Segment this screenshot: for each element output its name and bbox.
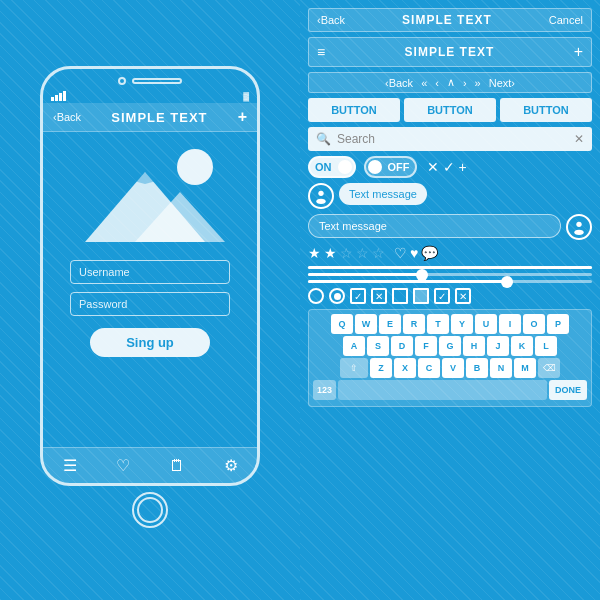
key-g[interactable]: G	[439, 336, 461, 356]
checkbox-check2[interactable]: ✓	[434, 288, 450, 304]
key-i[interactable]: I	[499, 314, 521, 334]
checkbox-checked[interactable]: ✓	[350, 288, 366, 304]
message-bubble-received: Text message	[308, 214, 561, 238]
toggle-off-label: OFF	[385, 161, 413, 173]
slider-2[interactable]	[308, 273, 592, 276]
checkbox-filled[interactable]	[413, 288, 429, 304]
checkbox-x2[interactable]: ✕	[455, 288, 471, 304]
radio-1[interactable]	[308, 288, 324, 304]
key-h[interactable]: H	[463, 336, 485, 356]
message-sent-text: Text message	[349, 188, 417, 200]
signup-button[interactable]: Sing up	[90, 328, 210, 357]
key-d[interactable]: D	[391, 336, 413, 356]
mountain-illustration	[65, 142, 235, 252]
key-m[interactable]: M	[514, 358, 536, 378]
pag-next2[interactable]: »	[473, 77, 483, 89]
keyboard[interactable]: Q W E R T Y U I O P A S D F G H J K L ⇧ …	[308, 309, 592, 407]
nav1-back[interactable]: ‹Back	[317, 14, 345, 26]
phone-home-button[interactable]	[132, 492, 168, 528]
key-a[interactable]: A	[343, 336, 365, 356]
slider-section	[308, 266, 592, 283]
star-empty-3[interactable]: ☆	[372, 245, 385, 261]
chat-bubble-icon[interactable]: 💬	[421, 245, 438, 261]
plus-icon[interactable]: +	[459, 159, 467, 175]
sender-avatar	[308, 183, 334, 209]
star-empty-1[interactable]: ☆	[340, 245, 353, 261]
check-icon[interactable]: ✓	[443, 159, 455, 175]
search-bar[interactable]: 🔍 Search ✕	[308, 127, 592, 151]
slider-3-fill	[308, 280, 507, 283]
navbar-menu-icon[interactable]: ☰	[63, 456, 77, 475]
pag-up[interactable]: ∧	[445, 76, 457, 89]
key-n[interactable]: N	[490, 358, 512, 378]
nav2-plus-button[interactable]: +	[574, 43, 583, 61]
key-o[interactable]: O	[523, 314, 545, 334]
battery-icon: ▓	[243, 92, 249, 101]
key-q[interactable]: Q	[331, 314, 353, 334]
rating-row: ★ ★ ☆ ☆ ☆ ♡ ♥ 💬	[308, 245, 592, 261]
close-icon[interactable]: ✕	[427, 159, 439, 175]
password-input[interactable]	[70, 292, 230, 316]
key-done[interactable]: DONE	[549, 380, 587, 400]
key-p[interactable]: P	[547, 314, 569, 334]
button-3[interactable]: BUTTON	[500, 98, 592, 122]
slider-3[interactable]	[308, 280, 592, 283]
nav2-menu-icon[interactable]: ≡	[317, 44, 325, 60]
key-u[interactable]: U	[475, 314, 497, 334]
button-1[interactable]: BUTTON	[308, 98, 400, 122]
key-c[interactable]: C	[418, 358, 440, 378]
pag-next1[interactable]: ›	[461, 77, 469, 89]
phone-top	[43, 69, 257, 89]
key-t[interactable]: T	[427, 314, 449, 334]
nav1-cancel[interactable]: Cancel	[549, 14, 583, 26]
slider-1[interactable]	[308, 266, 592, 269]
heart-filled-icon[interactable]: ♥	[410, 245, 418, 261]
message-received-text: Text message	[319, 220, 387, 232]
navbar-heart-icon[interactable]: ♡	[116, 456, 130, 475]
key-e[interactable]: E	[379, 314, 401, 334]
toggle-off[interactable]: OFF	[364, 156, 417, 178]
key-s[interactable]: S	[367, 336, 389, 356]
radio-2[interactable]	[329, 288, 345, 304]
key-v[interactable]: V	[442, 358, 464, 378]
checkbox-x[interactable]: ✕	[371, 288, 387, 304]
key-k[interactable]: K	[511, 336, 533, 356]
heart-icon[interactable]: ♡	[394, 245, 407, 261]
toggle-on-knob	[338, 160, 352, 174]
key-r[interactable]: R	[403, 314, 425, 334]
button-2[interactable]: BUTTON	[404, 98, 496, 122]
phone-back-button[interactable]: ‹Back	[53, 111, 81, 123]
pag-back[interactable]: ‹Back	[383, 77, 415, 89]
pag-prev2[interactable]: «	[419, 77, 429, 89]
key-shift[interactable]: ⇧	[340, 358, 368, 378]
pag-next[interactable]: Next›	[487, 77, 517, 89]
phone-plus-button[interactable]: +	[238, 108, 247, 126]
search-icon: 🔍	[316, 132, 331, 146]
key-z[interactable]: Z	[370, 358, 392, 378]
star-filled-2[interactable]: ★	[324, 245, 337, 261]
search-clear-icon[interactable]: ✕	[574, 132, 584, 146]
star-filled-1[interactable]: ★	[308, 245, 321, 261]
key-b[interactable]: B	[466, 358, 488, 378]
key-j[interactable]: J	[487, 336, 509, 356]
star-empty-2[interactable]: ☆	[356, 245, 369, 261]
key-delete[interactable]: ⌫	[538, 358, 560, 378]
username-input[interactable]	[70, 260, 230, 284]
toggle-on[interactable]: ON	[308, 156, 356, 178]
key-l[interactable]: L	[535, 336, 557, 356]
navbar-note-icon[interactable]: 🗒	[169, 457, 185, 475]
checkbox-empty-1[interactable]	[392, 288, 408, 304]
key-x[interactable]: X	[394, 358, 416, 378]
key-w[interactable]: W	[355, 314, 377, 334]
pag-prev1[interactable]: ‹	[433, 77, 441, 89]
toggle-off-knob	[368, 160, 382, 174]
key-num[interactable]: 123	[313, 380, 336, 400]
message-sent-row: Text message	[308, 183, 592, 209]
phone-mockup: ▓ ‹Back SIMPLE TEXT +	[0, 0, 300, 600]
key-y[interactable]: Y	[451, 314, 473, 334]
key-space[interactable]	[338, 380, 547, 400]
slider-3-thumb	[501, 276, 513, 288]
key-f[interactable]: F	[415, 336, 437, 356]
navbar-gear-icon[interactable]: ⚙	[224, 456, 238, 475]
toggle-row: ON OFF ✕ ✓ +	[308, 156, 592, 178]
